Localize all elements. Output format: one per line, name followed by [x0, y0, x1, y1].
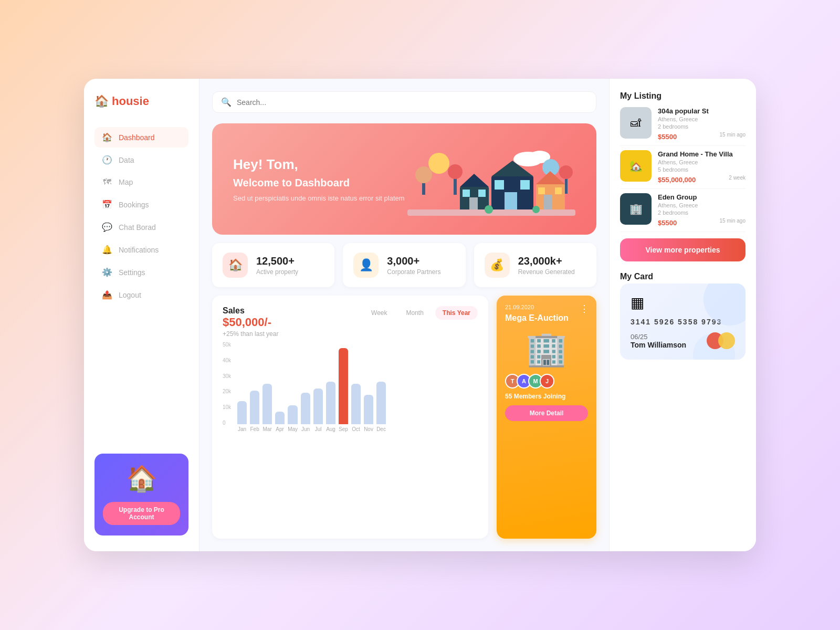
chart-column: Jun — [301, 393, 310, 432]
stat-label: Active property — [256, 268, 298, 276]
sidebar-item-bookings[interactable]: 📅 Bookings — [94, 194, 188, 215]
stats-row: 🏠 12,500+ Active property 👤 3,000+ Corpo… — [212, 243, 596, 287]
filter-this-year[interactable]: This Year — [435, 306, 478, 320]
stat-card-revenue: 💰 23,000k+ Revenue Generated — [474, 243, 596, 287]
time-filters: Week Month This Year — [364, 306, 478, 320]
svg-point-6 — [448, 164, 463, 179]
y-label: 50k — [223, 342, 231, 348]
sidebar-item-logout[interactable]: 📤 Logout — [94, 285, 188, 305]
listing-item: 🏢 Eden Group Athens, Greece 2 bedrooms $… — [620, 189, 746, 232]
sidebar-item-dashboard[interactable]: 🏠 Dashboard — [94, 127, 188, 148]
auction-detail-button[interactable]: More Detail — [505, 405, 588, 421]
card-holder-info: 06/25 Tom Williamson — [631, 333, 686, 349]
listing-time: 15 min ago — [720, 218, 746, 224]
auction-card: 21.09.2020 Mega E-Auction ⋮ 🏢 T A M J 55… — [497, 296, 596, 539]
sidebar-item-label: Chat Borad — [119, 223, 156, 232]
search-icon: 🔍 — [221, 97, 232, 107]
more-options-icon[interactable]: ⋮ — [580, 303, 589, 314]
sidebar: 🏠 housie 🏠 Dashboard 🕐 Data 🗺 Map 📅 Book… — [84, 79, 200, 551]
chart-column: Jul — [313, 388, 323, 432]
logo-text: housie — [112, 94, 149, 108]
chart-column: Nov — [364, 395, 373, 432]
hero-text: Hey! Tom, Welcome to Dashboard Sed ut pe… — [233, 156, 405, 202]
chart-bar — [326, 382, 335, 424]
chart-bar — [339, 348, 348, 424]
chart-bar — [376, 382, 386, 424]
listing-beds: 5 bedrooms — [658, 166, 746, 173]
hero-illustration — [407, 142, 575, 216]
svg-rect-23 — [544, 195, 552, 211]
stat-info: 3,000+ Corporate Partners — [387, 255, 440, 276]
chat-icon: 💬 — [102, 222, 112, 232]
hero-greeting: Hey! Tom, — [233, 156, 405, 173]
main-container: 🏠 housie 🏠 Dashboard 🕐 Data 🗺 Map 📅 Book… — [84, 79, 756, 551]
chart-month-label: Mar — [263, 426, 272, 432]
settings-icon: ⚙️ — [102, 267, 112, 277]
search-bar: 🔍 — [212, 91, 596, 113]
listing-thumbnail: 🏢 — [620, 193, 652, 225]
listing-beds: 2 bedrooms — [658, 209, 746, 216]
listing-item: 🏡 Grand Home - The Villa Athens, Greece … — [620, 146, 746, 189]
stat-number: 12,500+ — [256, 255, 298, 267]
stat-label: Corporate Partners — [387, 268, 440, 276]
chart-y-axis: 50k 40k 30k 20k 10k 0 — [223, 342, 235, 426]
chart-bar — [301, 393, 310, 424]
chart-bar — [313, 388, 323, 424]
chart-month-label: Feb — [250, 426, 259, 432]
avatar: J — [540, 374, 554, 388]
svg-rect-19 — [495, 180, 504, 190]
chart-bar — [275, 412, 285, 424]
listing-thumbnail: 🏡 — [620, 150, 652, 182]
chart-area: JanFebMarAprMayJunJulAugSepOctNovDec — [235, 348, 388, 432]
sidebar-item-map[interactable]: 🗺 Map — [94, 172, 188, 192]
sales-amount: $50,000/- — [223, 316, 278, 329]
listing-name: Eden Group — [658, 193, 746, 201]
view-more-properties-button[interactable]: View more properties — [620, 238, 746, 261]
filter-month[interactable]: Month — [398, 306, 430, 320]
svg-rect-13 — [469, 197, 478, 211]
search-input[interactable] — [237, 98, 587, 107]
y-label: 10k — [223, 404, 231, 410]
auction-title: Mega E-Auction — [505, 313, 588, 323]
listing-location: Athens, Greece — [658, 159, 746, 165]
sidebar-item-label: Map — [119, 178, 133, 186]
chart-column: Feb — [250, 391, 259, 432]
listing-time: 15 min ago — [720, 132, 746, 138]
y-label: 40k — [223, 358, 231, 363]
auction-building-icon: 🏢 — [505, 329, 588, 369]
listing-item: 🛋 304a popular St Athens, Greece 2 bedro… — [620, 103, 746, 146]
filter-week[interactable]: Week — [364, 306, 394, 320]
my-listing-section: My Listing 🛋 304a popular St Athens, Gre… — [620, 91, 746, 261]
chart-month-label: Jan — [238, 426, 246, 432]
svg-rect-18 — [505, 192, 517, 211]
sidebar-item-label: Data — [119, 156, 134, 164]
sidebar-item-settings[interactable]: ⚙️ Settings — [94, 262, 188, 282]
hero-subtitle: Welcome to Dashboard — [233, 177, 405, 189]
svg-rect-24 — [538, 187, 545, 194]
listing-thumbnail: 🛋 — [620, 107, 652, 139]
listing-info: 304a popular St Athens, Greece 2 bedroom… — [658, 107, 746, 141]
sidebar-item-data[interactable]: 🕐 Data — [94, 150, 188, 170]
listing-info: Grand Home - The Villa Athens, Greece 5 … — [658, 150, 746, 184]
sidebar-item-notifications[interactable]: 🔔 Notifications — [94, 239, 188, 260]
card-circle-yellow — [718, 332, 735, 349]
chart-column: Mar — [262, 384, 272, 432]
sidebar-promo: 🏠 Upgrade to Pro Account — [94, 454, 188, 536]
listing-beds: 2 bedrooms — [658, 123, 746, 130]
revenue-icon: 💰 — [485, 253, 510, 278]
right-panel: My Listing 🛋 304a popular St Athens, Gre… — [609, 79, 756, 551]
stat-number: 23,000k+ — [518, 255, 575, 267]
sidebar-item-chat[interactable]: 💬 Chat Borad — [94, 217, 188, 237]
my-listing-title: My Listing — [620, 91, 746, 101]
y-label: 0 — [223, 420, 231, 426]
chart-month-label: Jun — [301, 426, 310, 432]
listing-price: $5500 — [658, 133, 677, 141]
chart-month-label: Apr — [276, 426, 284, 432]
sidebar-item-label: Bookings — [119, 201, 149, 209]
chart-month-label: Dec — [376, 426, 386, 432]
my-card-section: My Card ▦ 3141 5926 5358 9793 06/25 Tom … — [620, 272, 746, 360]
svg-rect-5 — [454, 176, 457, 195]
chart-column: Aug — [326, 382, 335, 432]
logout-icon: 📤 — [102, 290, 112, 300]
upgrade-button[interactable]: Upgrade to Pro Account — [103, 502, 180, 525]
